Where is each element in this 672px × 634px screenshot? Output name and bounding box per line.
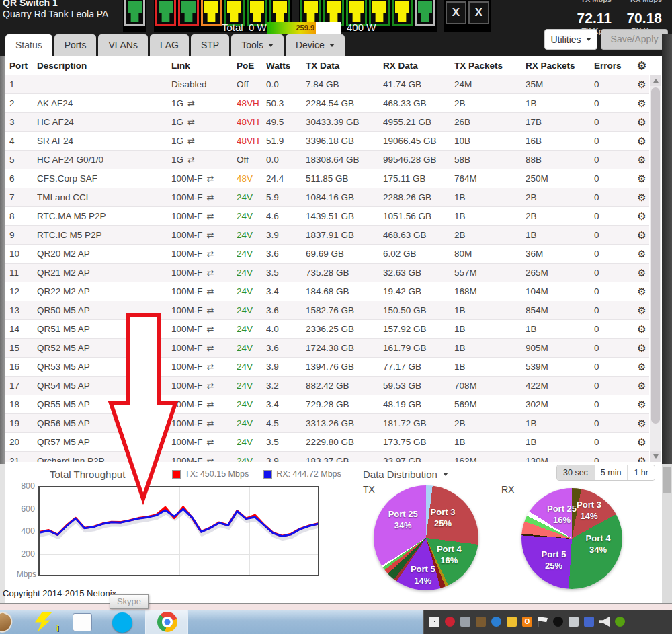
scroll-up-arrow-icon[interactable] — [650, 75, 661, 86]
chrome-icon[interactable] — [157, 612, 177, 632]
cell-rx-packets: 1B — [526, 94, 594, 112]
scrollbar-thumb[interactable] — [651, 87, 660, 424]
range-button-30-sec[interactable]: 30 sec — [557, 465, 594, 480]
cell-rx-packets: 539M — [526, 358, 594, 376]
registry-app-icon[interactable] — [584, 617, 594, 627]
row-settings-gear-icon[interactable]: ⚙ — [634, 113, 649, 131]
row-settings-gear-icon[interactable]: ⚙ — [634, 301, 649, 319]
cell-link: 100M-F⇄ — [171, 226, 237, 244]
pie-slice-name: Port 25 — [388, 508, 418, 520]
mail-icon[interactable] — [507, 617, 517, 627]
legend-swatch — [263, 470, 272, 479]
row-settings-gear-icon[interactable]: ⚙ — [634, 226, 649, 244]
cell-poe: 24V — [237, 264, 266, 282]
draw-tool-icon[interactable] — [0, 610, 15, 634]
tab-vlans[interactable]: VLANs — [98, 34, 148, 56]
row-settings-gear-icon[interactable]: ⚙ — [634, 264, 649, 282]
security-app-icon[interactable] — [476, 617, 486, 627]
copyright-text: Copyright 2014-2015 Netonix — [3, 588, 116, 598]
cell-tx-packets: 1B — [454, 188, 526, 206]
save-apply-button[interactable]: Save/Apply — [601, 29, 668, 50]
pie-slice-percent: 34% — [388, 520, 418, 531]
link-duplex-arrows-icon: ⇄ — [207, 381, 214, 391]
row-settings-gear-icon[interactable]: ⚙ — [634, 207, 649, 225]
range-button-5-min[interactable]: 5 min — [594, 465, 628, 480]
legend-label: RX: 444.72 Mbps — [276, 469, 341, 479]
table-row: 3HC AF241G⇄48VH49.530433.39 GB4955.21 GB… — [5, 113, 649, 132]
outlook-icon[interactable]: O — [522, 617, 532, 627]
pie-slice-name: Port 3 — [431, 506, 456, 518]
row-settings-gear-icon[interactable]: ⚙ — [634, 94, 649, 112]
row-settings-gear-icon[interactable]: ⚙ — [634, 75, 649, 93]
nvidia-icon[interactable] — [615, 617, 625, 627]
row-settings-gear-icon[interactable]: ⚙ — [634, 320, 649, 338]
cell-link: 100M-F⇄ — [171, 452, 237, 462]
utilities-button[interactable]: Utilities — [544, 29, 597, 50]
screen-share-icon[interactable] — [460, 617, 470, 627]
cell-tx-packets: 764M — [454, 169, 526, 188]
tab-device[interactable]: Device — [286, 34, 345, 56]
tab-stp[interactable]: STP — [191, 34, 229, 56]
row-settings-gear-icon[interactable]: ⚙ — [634, 433, 649, 451]
table-row: 13QR50 M5 AP100M-F⇄24V3.61582.76 GB150.5… — [5, 301, 649, 320]
chrome-taskbar-button[interactable] — [145, 610, 188, 634]
cell-watts: 3.6 — [266, 339, 306, 357]
row-settings-gear-icon[interactable]: ⚙ — [634, 245, 649, 263]
lightning-app-icon[interactable] — [35, 612, 52, 632]
table-scrollbar[interactable] — [650, 75, 661, 462]
red-dots-app-icon[interactable] — [445, 617, 455, 627]
row-settings-gear-icon[interactable]: ⚙ — [634, 377, 649, 395]
cell-poe: 24V — [237, 301, 266, 319]
row-settings-gear-icon[interactable]: ⚙ — [634, 339, 649, 357]
tab-label: Tools — [241, 34, 263, 56]
cell-port: 10 — [9, 245, 37, 263]
tab-lag[interactable]: LAG — [150, 34, 189, 56]
link-duplex-arrows-icon: ⇄ — [207, 343, 214, 353]
row-settings-gear-icon[interactable]: ⚙ — [634, 395, 649, 413]
cell-rx-data: 59.53 GB — [383, 377, 454, 395]
network-icon[interactable] — [569, 617, 579, 627]
skype-icon[interactable] — [112, 612, 132, 633]
browser-scrollbar-thumb[interactable] — [663, 467, 671, 493]
row-settings-gear-icon[interactable]: ⚙ — [634, 414, 649, 432]
blue-ring-app-icon[interactable] — [491, 617, 501, 627]
flag-icon[interactable] — [538, 617, 548, 627]
satellite-icon[interactable] — [553, 617, 563, 627]
cell-port: 7 — [9, 188, 37, 206]
range-button-1-hr[interactable]: 1 hr — [627, 465, 655, 480]
word-icon[interactable] — [73, 613, 92, 631]
row-settings-gear-icon[interactable]: ⚙ — [634, 188, 649, 206]
cell-rx-data: 161.79 GB — [383, 339, 454, 357]
row-settings-gear-icon[interactable]: ⚙ — [634, 358, 649, 376]
row-settings-gear-icon[interactable]: ⚙ — [634, 282, 649, 301]
link-duplex-arrows-icon: ⇄ — [207, 173, 214, 184]
row-settings-gear-icon[interactable]: ⚙ — [634, 132, 649, 150]
scroll-down-arrow-icon[interactable] — [650, 451, 661, 462]
legend-item: TX: 450.15 Mbps — [172, 469, 249, 479]
cell-poe: 48V — [237, 169, 266, 188]
cell-poe: 24V — [237, 282, 266, 301]
cell-errors: 0 — [594, 282, 634, 301]
windows-start-icon[interactable] — [429, 617, 439, 627]
volume-icon[interactable] — [599, 617, 610, 627]
cell-link: 100M-F⇄ — [171, 301, 237, 319]
cell-rx-packets: 854M — [526, 301, 594, 319]
cell-port: 19 — [9, 414, 37, 432]
table-settings-gear-icon[interactable]: ⚙ — [634, 58, 649, 75]
cell-rx-data: 468.33 GB — [383, 94, 454, 112]
row-settings-gear-icon[interactable]: ⚙ — [634, 452, 649, 462]
legend-swatch — [172, 470, 181, 479]
cell-errors: 0 — [594, 207, 634, 225]
cell-errors: 0 — [594, 151, 634, 169]
link-duplex-arrows-icon: ⇄ — [207, 268, 214, 278]
data-distribution-dropdown[interactable]: Data Distribution — [363, 469, 448, 480]
tab-status[interactable]: Status — [5, 34, 52, 56]
row-settings-gear-icon[interactable]: ⚙ — [634, 151, 649, 169]
cell-watts: 3.9 — [266, 358, 306, 376]
tab-tools[interactable]: Tools — [231, 34, 284, 56]
row-settings-gear-icon[interactable]: ⚙ — [634, 169, 649, 188]
cell-watts: 4.6 — [266, 207, 306, 225]
link-speed: 100M-F — [171, 362, 203, 372]
column-header: PoE — [237, 58, 266, 75]
tab-ports[interactable]: Ports — [54, 34, 97, 56]
